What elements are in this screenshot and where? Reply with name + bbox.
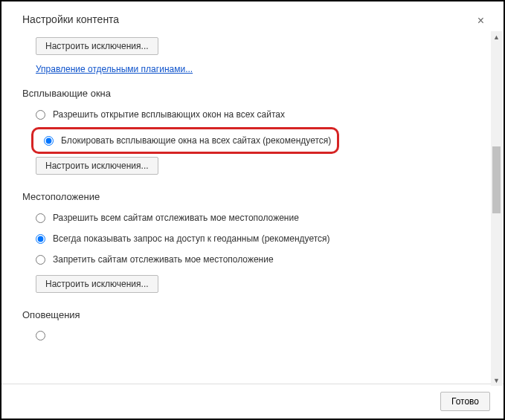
popups-block-label: Блокировать всплывающие окна на всех сай…: [61, 135, 331, 146]
close-icon[interactable]: ×: [473, 13, 489, 28]
location-allow-label: Разрешить всем сайтам отслеживать мое ме…: [53, 213, 299, 223]
location-allow-row[interactable]: Разрешить всем сайтам отслеживать мое ме…: [36, 210, 472, 226]
scrollbar-thumb[interactable]: [492, 146, 501, 213]
exceptions-button-top[interactable]: Настроить исключения...: [36, 37, 158, 55]
popups-section-title: Всплывающие окна: [22, 88, 472, 99]
location-section-title: Местоположение: [22, 191, 472, 202]
location-exceptions-button[interactable]: Настроить исключения...: [36, 275, 158, 293]
notifications-section-title: Оповещения: [22, 309, 472, 320]
popups-exceptions-button[interactable]: Настроить исключения...: [36, 157, 158, 175]
location-deny-row[interactable]: Запретить сайтам отслеживать мое местопо…: [36, 251, 472, 268]
popups-allow-row[interactable]: Разрешить открытие всплывающих окон на в…: [36, 106, 472, 123]
popups-block-radio[interactable]: [44, 136, 54, 146]
location-allow-radio[interactable]: [36, 213, 45, 223]
location-deny-radio[interactable]: [36, 255, 45, 265]
notifications-radio[interactable]: [36, 331, 45, 340]
popups-block-row[interactable]: Блокировать всплывающие окна на всех сай…: [44, 132, 331, 149]
location-ask-label: Всегда показывать запрос на доступ к гео…: [53, 233, 330, 244]
notifications-row-partial[interactable]: [36, 328, 472, 343]
popups-allow-radio[interactable]: [36, 110, 45, 120]
scrollbar[interactable]: ▲ ▼: [491, 31, 502, 386]
location-ask-row[interactable]: Всегда показывать запрос на доступ к гео…: [36, 230, 472, 247]
popups-allow-label: Разрешить открытие всплывающих окон на в…: [53, 109, 285, 120]
dialog-title: Настройки контента: [22, 13, 119, 25]
scroll-down-icon[interactable]: ▼: [491, 375, 502, 386]
done-button[interactable]: Готово: [440, 392, 490, 411]
location-ask-radio[interactable]: [36, 234, 45, 244]
scroll-up-icon[interactable]: ▲: [491, 31, 502, 42]
location-deny-label: Запретить сайтам отслеживать мое местопо…: [53, 254, 274, 265]
manage-plugins-link[interactable]: Управление отдельными плагинами...: [36, 64, 193, 74]
popups-block-highlight: Блокировать всплывающие окна на всех сай…: [31, 127, 339, 154]
